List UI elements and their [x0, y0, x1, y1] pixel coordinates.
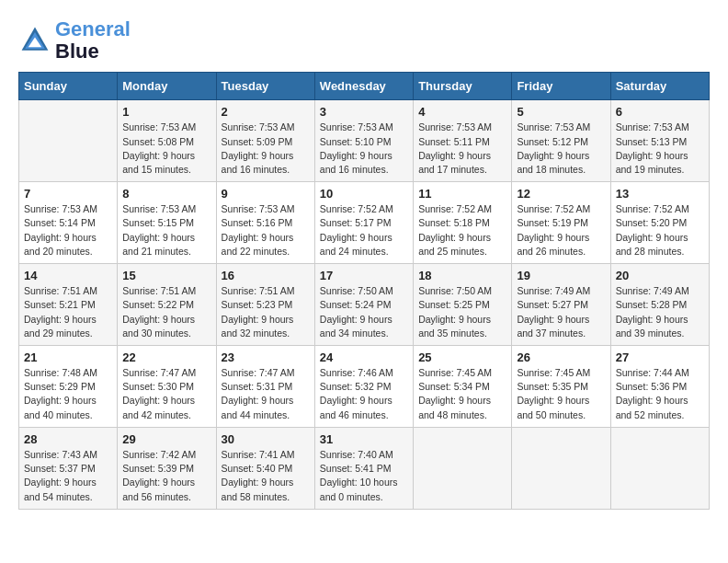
day-cell: 11Sunrise: 7:52 AMSunset: 5:18 PMDayligh…	[414, 182, 512, 264]
day-number: 23	[222, 350, 310, 364]
day-number: 25	[418, 350, 506, 364]
day-cell: 27Sunrise: 7:44 AMSunset: 5:36 PMDayligh…	[610, 346, 709, 428]
day-cell: 6Sunrise: 7:53 AMSunset: 5:13 PMDaylight…	[610, 100, 709, 182]
header-wednesday: Wednesday	[314, 73, 413, 100]
day-cell: 24Sunrise: 7:46 AMSunset: 5:32 PMDayligh…	[314, 346, 413, 428]
day-info: Sunrise: 7:50 AMSunset: 5:25 PMDaylight:…	[418, 284, 506, 340]
day-number: 26	[517, 350, 605, 364]
day-info: Sunrise: 7:45 AMSunset: 5:34 PMDaylight:…	[418, 366, 506, 422]
day-cell: 4Sunrise: 7:53 AMSunset: 5:11 PMDaylight…	[414, 100, 512, 182]
day-info: Sunrise: 7:53 AMSunset: 5:12 PMDaylight:…	[517, 121, 605, 177]
day-number: 6	[616, 105, 704, 119]
day-number: 15	[122, 269, 210, 282]
day-info: Sunrise: 7:52 AMSunset: 5:19 PMDaylight:…	[517, 202, 605, 259]
day-number: 3	[320, 105, 408, 119]
logo-text: General Blue	[55, 18, 131, 63]
day-number: 4	[418, 105, 506, 119]
day-number: 24	[320, 350, 408, 364]
day-cell: 31Sunrise: 7:40 AMSunset: 5:41 PMDayligh…	[314, 427, 413, 509]
day-info: Sunrise: 7:44 AMSunset: 5:36 PMDaylight:…	[616, 366, 704, 422]
day-cell: 1Sunrise: 7:53 AMSunset: 5:08 PMDaylight…	[118, 100, 216, 182]
day-number: 16	[222, 269, 310, 282]
day-number: 12	[517, 187, 605, 201]
day-info: Sunrise: 7:47 AMSunset: 5:30 PMDaylight:…	[122, 366, 210, 422]
header-saturday: Saturday	[610, 73, 709, 100]
day-number: 29	[122, 432, 210, 446]
day-number: 13	[616, 187, 704, 201]
day-info: Sunrise: 7:51 AMSunset: 5:23 PMDaylight:…	[222, 284, 310, 340]
day-info: Sunrise: 7:53 AMSunset: 5:08 PMDaylight:…	[122, 121, 210, 177]
day-cell: 8Sunrise: 7:53 AMSunset: 5:15 PMDaylight…	[118, 182, 216, 264]
day-info: Sunrise: 7:52 AMSunset: 5:17 PMDaylight:…	[320, 202, 408, 259]
header-friday: Friday	[512, 73, 610, 100]
day-info: Sunrise: 7:48 AMSunset: 5:29 PMDaylight:…	[24, 366, 112, 422]
day-cell: 28Sunrise: 7:43 AMSunset: 5:37 PMDayligh…	[19, 427, 118, 509]
day-info: Sunrise: 7:53 AMSunset: 5:16 PMDaylight:…	[222, 202, 310, 259]
day-number: 2	[222, 105, 310, 119]
day-cell: 22Sunrise: 7:47 AMSunset: 5:30 PMDayligh…	[118, 346, 216, 428]
day-cell: 17Sunrise: 7:50 AMSunset: 5:24 PMDayligh…	[314, 264, 413, 346]
day-info: Sunrise: 7:53 AMSunset: 5:13 PMDaylight:…	[616, 121, 704, 177]
day-cell: 10Sunrise: 7:52 AMSunset: 5:17 PMDayligh…	[314, 182, 413, 264]
day-number: 8	[122, 187, 210, 201]
day-cell: 15Sunrise: 7:51 AMSunset: 5:22 PMDayligh…	[118, 264, 216, 346]
day-info: Sunrise: 7:52 AMSunset: 5:18 PMDaylight:…	[418, 202, 506, 259]
day-info: Sunrise: 7:45 AMSunset: 5:35 PMDaylight:…	[517, 366, 605, 422]
day-cell: 21Sunrise: 7:48 AMSunset: 5:29 PMDayligh…	[19, 346, 118, 428]
day-info: Sunrise: 7:51 AMSunset: 5:22 PMDaylight:…	[122, 284, 210, 340]
day-number: 31	[320, 432, 408, 446]
day-cell	[19, 100, 118, 182]
day-info: Sunrise: 7:42 AMSunset: 5:39 PMDaylight:…	[122, 448, 210, 504]
day-info: Sunrise: 7:53 AMSunset: 5:10 PMDaylight:…	[320, 121, 408, 177]
week-row-2: 7Sunrise: 7:53 AMSunset: 5:14 PMDaylight…	[19, 182, 710, 264]
day-cell: 20Sunrise: 7:49 AMSunset: 5:28 PMDayligh…	[610, 264, 709, 346]
header-sunday: Sunday	[19, 73, 118, 100]
day-number: 9	[222, 187, 310, 201]
day-cell: 7Sunrise: 7:53 AMSunset: 5:14 PMDaylight…	[19, 182, 118, 264]
day-cell: 5Sunrise: 7:53 AMSunset: 5:12 PMDaylight…	[512, 100, 610, 182]
day-info: Sunrise: 7:47 AMSunset: 5:31 PMDaylight:…	[222, 366, 310, 422]
header-monday: Monday	[118, 73, 216, 100]
header-thursday: Thursday	[414, 73, 512, 100]
day-number: 21	[24, 350, 112, 364]
day-number: 14	[24, 269, 112, 282]
day-info: Sunrise: 7:46 AMSunset: 5:32 PMDaylight:…	[320, 366, 408, 422]
day-cell: 13Sunrise: 7:52 AMSunset: 5:20 PMDayligh…	[610, 182, 709, 264]
day-number: 22	[122, 350, 210, 364]
day-info: Sunrise: 7:53 AMSunset: 5:15 PMDaylight:…	[122, 202, 210, 259]
day-number: 19	[517, 269, 605, 282]
day-cell: 25Sunrise: 7:45 AMSunset: 5:34 PMDayligh…	[414, 346, 512, 428]
day-info: Sunrise: 7:53 AMSunset: 5:14 PMDaylight:…	[24, 202, 112, 259]
day-number: 30	[222, 432, 310, 446]
logo: General Blue	[18, 18, 131, 63]
day-info: Sunrise: 7:41 AMSunset: 5:40 PMDaylight:…	[222, 448, 310, 504]
day-number: 20	[616, 269, 704, 282]
day-info: Sunrise: 7:49 AMSunset: 5:27 PMDaylight:…	[517, 284, 605, 340]
day-info: Sunrise: 7:51 AMSunset: 5:21 PMDaylight:…	[24, 284, 112, 340]
calendar-header-row: SundayMondayTuesdayWednesdayThursdayFrid…	[19, 73, 710, 100]
day-cell: 29Sunrise: 7:42 AMSunset: 5:39 PMDayligh…	[118, 427, 216, 509]
day-number: 10	[320, 187, 408, 201]
day-info: Sunrise: 7:49 AMSunset: 5:28 PMDaylight:…	[616, 284, 704, 340]
week-row-3: 14Sunrise: 7:51 AMSunset: 5:21 PMDayligh…	[19, 264, 710, 346]
day-cell: 16Sunrise: 7:51 AMSunset: 5:23 PMDayligh…	[216, 264, 314, 346]
day-number: 11	[418, 187, 506, 201]
day-number: 18	[418, 269, 506, 282]
logo-icon	[18, 24, 51, 57]
day-info: Sunrise: 7:43 AMSunset: 5:37 PMDaylight:…	[24, 448, 112, 504]
header-tuesday: Tuesday	[216, 73, 314, 100]
week-row-4: 21Sunrise: 7:48 AMSunset: 5:29 PMDayligh…	[19, 346, 710, 428]
week-row-1: 1Sunrise: 7:53 AMSunset: 5:08 PMDaylight…	[19, 100, 710, 182]
day-number: 17	[320, 269, 408, 282]
day-number: 7	[24, 187, 112, 201]
day-cell: 2Sunrise: 7:53 AMSunset: 5:09 PMDaylight…	[216, 100, 314, 182]
page-header: General Blue	[18, 18, 710, 63]
week-row-5: 28Sunrise: 7:43 AMSunset: 5:37 PMDayligh…	[19, 427, 710, 509]
day-number: 27	[616, 350, 704, 364]
day-cell: 14Sunrise: 7:51 AMSunset: 5:21 PMDayligh…	[19, 264, 118, 346]
day-info: Sunrise: 7:50 AMSunset: 5:24 PMDaylight:…	[320, 284, 408, 340]
day-cell: 19Sunrise: 7:49 AMSunset: 5:27 PMDayligh…	[512, 264, 610, 346]
day-info: Sunrise: 7:40 AMSunset: 5:41 PMDaylight:…	[320, 448, 408, 504]
day-cell: 3Sunrise: 7:53 AMSunset: 5:10 PMDaylight…	[314, 100, 413, 182]
day-cell: 12Sunrise: 7:52 AMSunset: 5:19 PMDayligh…	[512, 182, 610, 264]
